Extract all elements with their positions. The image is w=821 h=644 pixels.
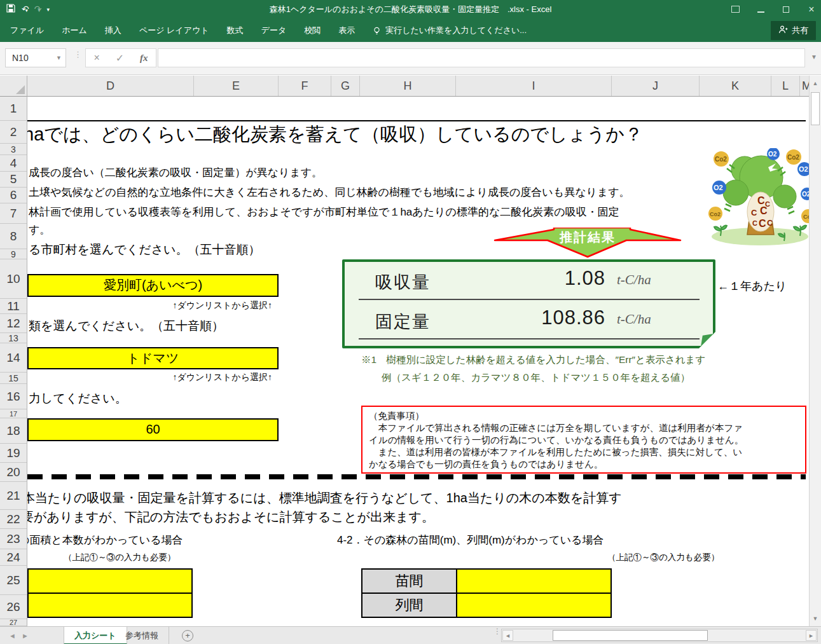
row-header-16[interactable]: 16 xyxy=(0,384,27,409)
row-header-19[interactable]: 19 xyxy=(0,444,27,463)
row-header-6[interactable]: 6 xyxy=(0,188,27,203)
svg-text:O2: O2 xyxy=(799,165,808,173)
row-header-4[interactable]: 4 xyxy=(0,155,27,172)
namebox-dropdown-icon[interactable]: ▼ xyxy=(56,49,62,67)
tab-formulas[interactable]: 数式 xyxy=(218,19,252,42)
row-header-1[interactable]: 1 xyxy=(0,97,27,121)
disclaimer-line: また、道は利用者の皆様が本ファイルを利用したために被った損害、損失に対して、い xyxy=(369,446,799,458)
absorption-label: 吸収量 xyxy=(375,271,431,294)
column-header-F[interactable]: F xyxy=(279,76,331,97)
sheet-tab-bar: ◄ ► 入力シート 参考情報 + ⋮ ◄ ► xyxy=(0,626,821,644)
ribbon-tab-row: ファイル ホーム 挿入 ページ レイアウト 数式 データ 校閲 表示 実行したい… xyxy=(0,19,821,42)
row-header-14[interactable]: 14 xyxy=(0,343,27,373)
select-all-corner[interactable] xyxy=(0,76,27,97)
name-box[interactable]: N10 ▼ xyxy=(5,48,66,67)
underline xyxy=(359,338,700,339)
note1-line1: ※1 樹種別に設定した林齢を超える値を入力した場合、″Err″と表示されます xyxy=(361,353,705,367)
description-line: 林計画で使用している収穫表等を利用して、おおよそですが市町村単位で１haあたりの… xyxy=(29,205,619,219)
row-header-25[interactable]: 25 xyxy=(0,566,27,595)
minimize-icon[interactable] xyxy=(756,5,765,15)
share-button[interactable]: 共有 xyxy=(771,21,816,40)
tabbar-splitter[interactable]: ⋮ xyxy=(493,629,501,634)
row-header-21[interactable]: 21 xyxy=(0,482,27,510)
sheet-nav-right-icon[interactable]: ► xyxy=(22,627,29,644)
tab-insert[interactable]: 挿入 xyxy=(96,19,130,42)
vscroll-down-icon[interactable]: ▼ xyxy=(810,612,820,626)
column-header-D[interactable]: D xyxy=(27,76,194,97)
tab-page-layout[interactable]: ページ レイアウト xyxy=(130,19,218,42)
hscroll-thumb[interactable] xyxy=(553,630,708,641)
worksheet-area[interactable]: haでは、どのくらい二酸化炭素を蓄えて（吸収）しているのでしょうか？ 成長の度合… xyxy=(27,97,814,626)
seedling-spacing-label: 苗間 xyxy=(361,568,457,594)
area-input-cell[interactable] xyxy=(27,568,193,594)
disclaimer-box: （免責事項） 本ファイルで算出される情報の正確さには万全を期していますが、道は利… xyxy=(361,406,806,474)
column-header-J[interactable]: J xyxy=(612,76,700,97)
fixation-value: 108.86 xyxy=(478,306,605,329)
vscroll-thumb[interactable] xyxy=(811,92,820,125)
tab-file[interactable]: ファイル xyxy=(0,19,53,42)
tab-review[interactable]: 校閲 xyxy=(295,19,329,42)
tab-home[interactable]: ホーム xyxy=(53,19,96,42)
tab-data[interactable]: データ xyxy=(252,19,296,42)
row-header-24[interactable]: 24 xyxy=(0,549,27,566)
column-header-E[interactable]: E xyxy=(194,76,279,97)
vscroll-up-icon[interactable]: ▲ xyxy=(810,76,820,90)
column-header-I[interactable]: I xyxy=(456,76,612,97)
formulabar-grip[interactable]: ⋮ xyxy=(74,51,82,58)
column-header-H[interactable]: H xyxy=(360,76,456,97)
row-header-23[interactable]: 23 xyxy=(0,529,27,549)
disclaimer-line: かなる場合でも一切の責任を負うものではありません。 xyxy=(369,458,799,470)
row-header-9[interactable]: 9 xyxy=(0,249,27,259)
vertical-scrollbar[interactable]: ▲ ▼ xyxy=(809,76,821,626)
svg-text:Co2: Co2 xyxy=(787,154,799,161)
close-icon[interactable]: × xyxy=(807,4,816,15)
row-header-10[interactable]: 10 xyxy=(0,259,27,299)
enter-icon[interactable]: ✓ xyxy=(116,52,124,64)
row-header-11[interactable]: 11 xyxy=(0,299,27,314)
insert-function-icon[interactable]: fx xyxy=(140,53,148,64)
formula-input[interactable] xyxy=(158,48,805,67)
row-header-13[interactable]: 13 xyxy=(0,333,27,343)
row-header-15[interactable]: 15 xyxy=(0,373,27,384)
row-header-22[interactable]: 22 xyxy=(0,510,27,529)
ribbon-display-options-icon[interactable] xyxy=(731,5,740,15)
row-header-8[interactable]: 8 xyxy=(0,224,27,249)
titlebar: ↶▾ ↷▾ ▾ 森林1ヘクタールのおおよその二酸化炭素吸収量・固定量推定 .xl… xyxy=(0,0,821,19)
formulabar-expand-icon[interactable]: ▼ xyxy=(811,53,817,60)
row-header-26[interactable]: 26 xyxy=(0,595,27,619)
row-header-2[interactable]: 2 xyxy=(0,121,27,144)
row-header-3[interactable]: 3 xyxy=(0,144,27,155)
section4-line2: 要がありますが、下記の方法でもおおよそに計算することが出来ます。 xyxy=(27,509,434,526)
tab-view[interactable]: 表示 xyxy=(329,19,364,42)
hscroll-left-icon[interactable]: ◄ xyxy=(502,630,513,641)
sheet-tab-reference[interactable]: 参考情報 xyxy=(115,627,169,644)
tree-count-input-cell[interactable] xyxy=(27,593,193,618)
column-header-G[interactable]: G xyxy=(331,76,360,97)
municipality-dropdown-cell[interactable]: 愛別町(あいべつ) xyxy=(27,274,279,297)
svg-text:C: C xyxy=(752,219,757,227)
row-header-5[interactable]: 5 xyxy=(0,172,27,188)
species-dropdown-cell[interactable]: トドマツ xyxy=(27,347,279,369)
seedling-spacing-input-cell[interactable] xyxy=(456,568,612,594)
row-header-20[interactable]: 20 xyxy=(0,463,27,482)
result-box: 吸収量 1.08 t-C/ha 固定量 108.86 t-C/ha xyxy=(342,259,715,348)
hscroll-right-icon[interactable]: ► xyxy=(806,630,817,641)
row-header-12[interactable]: 12 xyxy=(0,314,27,333)
horizontal-scrollbar[interactable]: ◄ ► xyxy=(501,629,818,642)
svg-text:C: C xyxy=(751,208,757,217)
row-header-27[interactable]: 27 xyxy=(0,619,27,626)
sheet-nav-left-icon[interactable]: ◄ xyxy=(9,627,16,644)
tell-me-box[interactable]: 実行したい作業を入力してください... xyxy=(373,25,527,36)
column-header-K[interactable]: K xyxy=(700,76,771,97)
cancel-icon[interactable]: × xyxy=(93,52,99,64)
per-year-note: ←１年あたり xyxy=(717,278,787,294)
row-header-7[interactable]: 7 xyxy=(0,203,27,224)
column-header-L[interactable]: L xyxy=(771,76,800,97)
age-input-cell[interactable]: 60 xyxy=(27,418,279,441)
share-person-icon xyxy=(778,25,788,36)
add-sheet-icon[interactable]: + xyxy=(182,630,193,641)
row-spacing-input-cell[interactable] xyxy=(456,593,612,618)
row-header-18[interactable]: 18 xyxy=(0,418,27,444)
maximize-icon[interactable] xyxy=(782,5,790,15)
row-header-17[interactable]: 17 xyxy=(0,409,27,418)
